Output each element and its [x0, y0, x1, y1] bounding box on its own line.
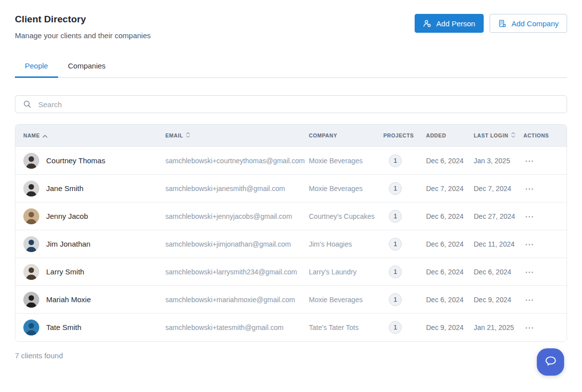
sort-updown-icon	[511, 133, 515, 139]
row-actions-button[interactable]	[523, 324, 535, 332]
client-email: samchlebowski+jimjonathan@gmail.com	[157, 230, 301, 258]
tab-people[interactable]: People	[15, 57, 58, 78]
column-header-projects: PROJECTS	[375, 125, 418, 147]
add-person-label: Add Person	[436, 19, 475, 28]
search-input[interactable]	[15, 95, 567, 113]
client-company: Tate's Tater Tots	[301, 314, 375, 341]
client-name: Jim Jonathan	[46, 240, 90, 248]
client-name: Mariah Moxie	[46, 295, 91, 304]
client-email: samchlebowski+jennyjacobs@gmail.com	[157, 202, 301, 230]
client-email: samchlebowski+larrysmith234@gmail.com	[157, 258, 301, 286]
added-date: Dec 7, 2024	[418, 175, 466, 202]
client-name: Tate Smith	[46, 323, 81, 331]
client-name: Larry Smith	[46, 267, 84, 276]
avatar	[23, 292, 39, 308]
avatar	[23, 264, 39, 280]
column-header-company: COMPANY	[301, 125, 375, 147]
avatar	[23, 236, 39, 252]
table-row[interactable]: Jenny Jacobsamchlebowski+jennyjacobs@gma…	[15, 202, 567, 230]
search-icon	[23, 100, 32, 109]
search-bar	[15, 95, 567, 113]
page-title: Client Directory	[15, 14, 151, 25]
avatar	[23, 208, 39, 224]
client-name: Jenny Jacob	[46, 212, 88, 220]
client-directory-page: Client Directory Manage your clients and…	[0, 0, 582, 360]
column-label: COMPANY	[309, 132, 337, 138]
client-email: samchlebowski+courtneythomas@gmail.com	[157, 147, 301, 175]
column-label: PROJECTS	[383, 132, 414, 138]
last-login-date: Jan 21, 2025	[466, 314, 515, 341]
row-actions-button[interactable]	[523, 241, 535, 249]
clients-table-card: NAMEEMAILCOMPANYPROJECTSADDEDLAST LOGINA…	[15, 124, 567, 342]
added-date: Dec 6, 2024	[418, 286, 466, 314]
projects-count-badge: 1	[389, 321, 402, 334]
client-company: Jim's Hoagies	[301, 230, 375, 258]
client-company: Larry's Laundry	[301, 258, 375, 286]
client-company: Courtney's Cupcakes	[301, 202, 375, 230]
last-login-date: Dec 6, 2024	[466, 258, 515, 286]
projects-count-badge: 1	[389, 238, 402, 251]
avatar	[23, 153, 39, 169]
added-date: Dec 9, 2024	[418, 314, 466, 341]
column-label: ACTIONS	[523, 132, 549, 138]
client-email: samchlebowski+tatesmith@gmail.com	[157, 314, 301, 341]
client-company: Moxie Beverages	[301, 175, 375, 202]
last-login-date: Dec 9, 2024	[466, 286, 515, 314]
add-company-label: Add Company	[511, 19, 559, 28]
row-actions-button[interactable]	[523, 296, 535, 304]
chat-launcher-button[interactable]	[537, 348, 564, 376]
column-header-email[interactable]: EMAIL	[157, 125, 301, 147]
column-label: LAST LOGIN	[474, 132, 509, 138]
tab-bar: People Companies	[15, 57, 567, 78]
page-header: Client Directory Manage your clients and…	[15, 14, 567, 40]
projects-count-badge: 1	[389, 210, 402, 223]
add-company-button[interactable]: Add Company	[490, 14, 567, 33]
results-count: 7 clients found	[15, 351, 567, 360]
row-actions-button[interactable]	[523, 213, 535, 221]
page-header-text: Client Directory Manage your clients and…	[15, 14, 151, 40]
table-header-row: NAMEEMAILCOMPANYPROJECTSADDEDLAST LOGINA…	[15, 125, 567, 147]
last-login-date: Dec 27, 2024	[466, 202, 515, 230]
table-row[interactable]: Mariah Moxiesamchlebowski+mariahmoxie@gm…	[15, 286, 567, 314]
column-header-last-login[interactable]: LAST LOGIN	[466, 125, 515, 147]
column-label: EMAIL	[165, 132, 183, 138]
person-add-icon	[423, 19, 432, 28]
avatar	[23, 181, 39, 196]
page-subtitle: Manage your clients and their companies	[15, 31, 151, 40]
table-body: Courtney Thomassamchlebowski+courtneytho…	[15, 147, 567, 341]
last-login-date: Dec 11, 2024	[466, 230, 515, 258]
add-person-button[interactable]: Add Person	[415, 14, 484, 33]
client-email: samchlebowski+janesmith@gmail.com	[157, 175, 301, 202]
client-email: samchlebowski+mariahmoxie@gmail.com	[157, 286, 301, 314]
client-name: Courtney Thomas	[46, 156, 105, 165]
table-row[interactable]: Larry Smithsamchlebowski+larrysmith234@g…	[15, 258, 567, 286]
avatar	[23, 320, 39, 335]
projects-count-badge: 1	[389, 182, 402, 195]
column-header-added: ADDED	[418, 125, 466, 147]
last-login-date: Jan 3, 2025	[466, 147, 515, 175]
table-row[interactable]: Courtney Thomassamchlebowski+courtneytho…	[15, 147, 567, 175]
column-label: NAME	[23, 132, 40, 138]
projects-count-badge: 1	[389, 154, 402, 167]
added-date: Dec 6, 2024	[418, 202, 466, 230]
table-row[interactable]: Tate Smithsamchlebowski+tatesmith@gmail.…	[15, 314, 567, 341]
column-header-actions: ACTIONS	[515, 125, 567, 147]
sort-updown-icon	[186, 133, 190, 139]
tab-companies[interactable]: Companies	[58, 57, 116, 78]
sort-asc-icon	[42, 133, 48, 139]
last-login-date: Dec 7, 2024	[466, 175, 515, 202]
added-date: Dec 6, 2024	[418, 147, 466, 175]
projects-count-badge: 1	[389, 265, 402, 278]
client-company: Moxie Beverages	[301, 147, 375, 175]
column-header-name[interactable]: NAME	[15, 125, 157, 147]
table-row[interactable]: Jane Smithsamchlebowski+janesmith@gmail.…	[15, 175, 567, 202]
row-actions-button[interactable]	[523, 157, 535, 165]
row-actions-button[interactable]	[523, 268, 535, 276]
building-add-icon	[498, 19, 507, 28]
added-date: Dec 6, 2024	[418, 258, 466, 286]
client-name: Jane Smith	[46, 184, 83, 193]
chat-bubble-icon	[544, 354, 558, 370]
header-actions: Add Person Add Company	[415, 14, 567, 33]
row-actions-button[interactable]	[523, 185, 535, 193]
table-row[interactable]: Jim Jonathansamchlebowski+jimjonathan@gm…	[15, 230, 567, 258]
